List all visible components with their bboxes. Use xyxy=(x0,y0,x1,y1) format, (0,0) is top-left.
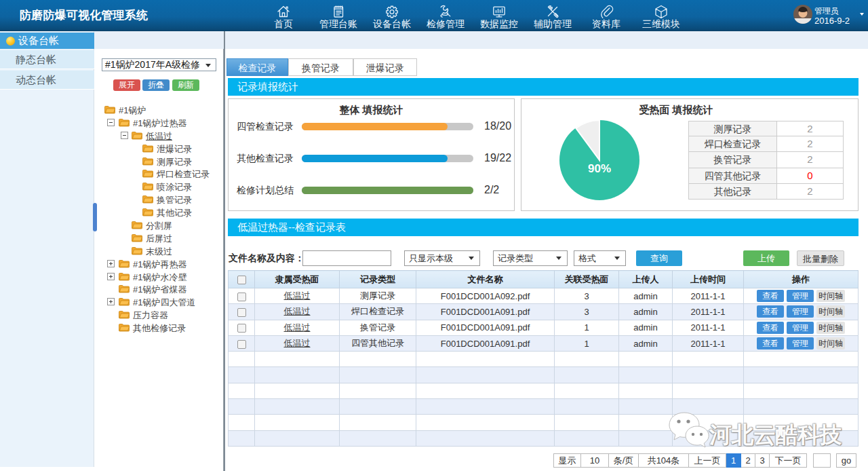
svg-text:90%: 90% xyxy=(588,162,611,175)
